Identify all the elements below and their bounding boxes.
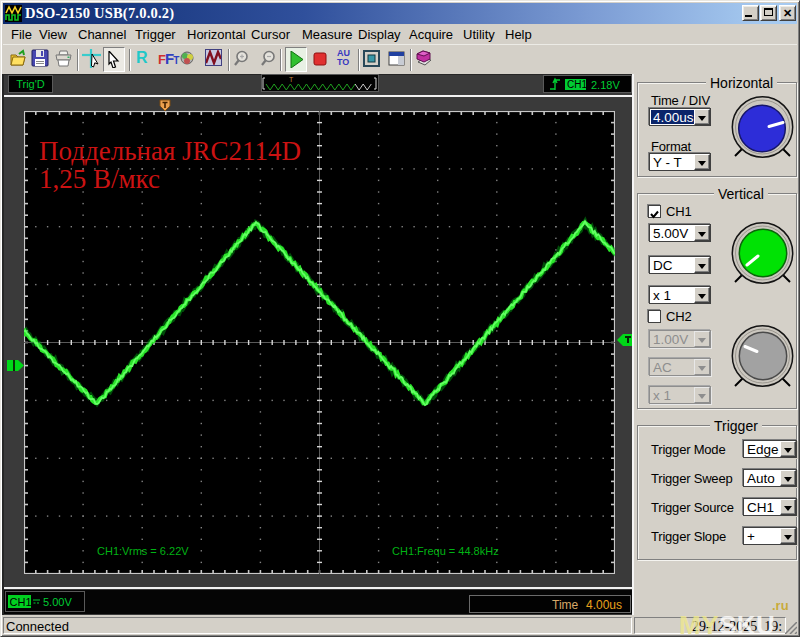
svg-text:2.18V: 2.18V xyxy=(591,79,620,91)
svg-text:T: T xyxy=(289,76,294,83)
svg-text:5.00V: 5.00V xyxy=(43,596,72,608)
svg-text:CH1: CH1 xyxy=(567,79,587,90)
svg-text:CH1: CH1 xyxy=(10,596,32,608)
